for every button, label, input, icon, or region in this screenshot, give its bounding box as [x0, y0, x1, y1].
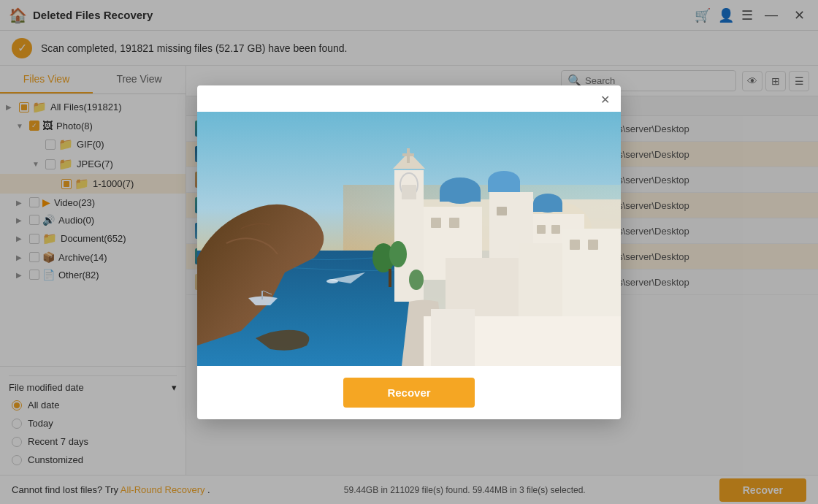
svg-point-4 [326, 279, 338, 283]
svg-rect-21 [431, 218, 441, 228]
svg-rect-25 [551, 225, 560, 234]
svg-rect-26 [570, 240, 580, 250]
svg-rect-24 [537, 225, 546, 234]
svg-point-29 [389, 241, 407, 267]
svg-rect-17 [533, 203, 562, 212]
svg-rect-13 [440, 191, 481, 202]
modal-overlay[interactable]: ✕ [0, 0, 818, 504]
recover-button-modal[interactable]: Recover [343, 378, 474, 408]
svg-rect-27 [588, 240, 598, 250]
svg-rect-20 [402, 185, 416, 199]
modal-close-button[interactable]: ✕ [596, 91, 614, 109]
svg-rect-15 [488, 181, 520, 192]
svg-rect-35 [402, 153, 414, 156]
svg-rect-30 [389, 269, 391, 287]
svg-rect-23 [497, 207, 507, 215]
svg-rect-22 [449, 218, 459, 228]
preview-modal: ✕ [197, 85, 621, 419]
modal-close-row: ✕ [197, 85, 621, 112]
svg-rect-36 [261, 291, 263, 299]
modal-image [197, 112, 621, 366]
santorini-image [197, 112, 621, 366]
svg-point-31 [409, 270, 424, 290]
modal-footer: Recover [197, 366, 621, 419]
svg-rect-33 [431, 309, 475, 366]
